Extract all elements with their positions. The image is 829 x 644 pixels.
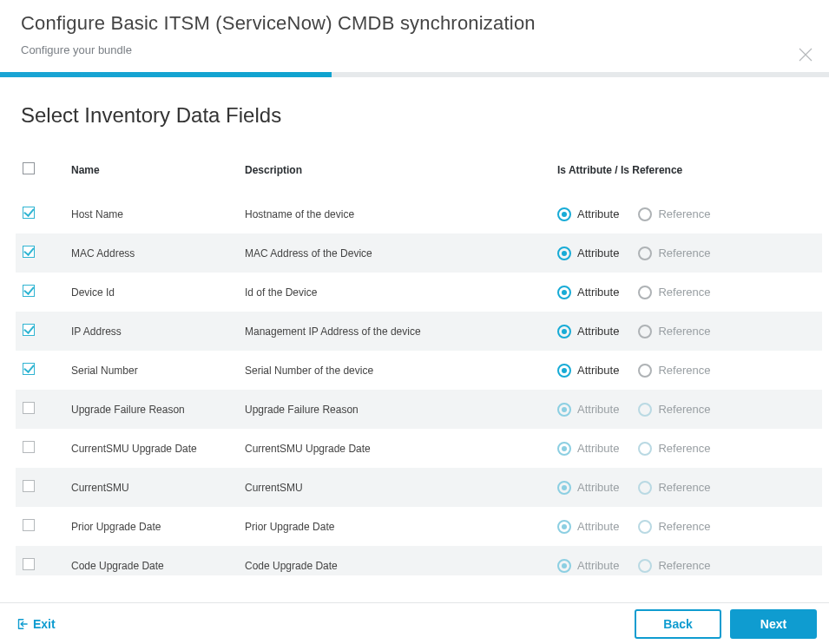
radio-dot-icon: [638, 559, 652, 573]
reference-radio: Reference: [638, 442, 710, 456]
attribute-radio[interactable]: Attribute: [557, 364, 619, 378]
attribute-radio: Attribute: [557, 559, 619, 573]
wizard-footer: Exit Back Next: [0, 602, 829, 644]
radio-label: Attribute: [577, 403, 619, 416]
reference-radio: Reference: [638, 559, 710, 573]
attribute-radio: Attribute: [557, 442, 619, 456]
radio-label: Attribute: [577, 559, 619, 572]
row-name: IP Address: [64, 312, 238, 351]
radio-label: Reference: [658, 403, 710, 416]
back-button[interactable]: Back: [635, 609, 721, 639]
row-name: CurrentSMU: [64, 468, 238, 507]
row-checkbox[interactable]: [23, 441, 35, 453]
table-row: Device IdId of the DeviceAttributeRefere…: [16, 273, 822, 312]
attr-ref-group: AttributeReference: [557, 520, 815, 534]
radio-label: Reference: [658, 520, 710, 533]
row-checkbox[interactable]: [23, 402, 35, 414]
next-button[interactable]: Next: [730, 609, 817, 639]
reference-radio: Reference: [638, 520, 710, 534]
page-subtitle: Configure your bundle: [21, 43, 808, 56]
attr-ref-group: AttributeReference: [557, 246, 815, 260]
modal-header: Configure Basic ITSM (ServiceNow) CMDB s…: [0, 0, 829, 72]
radio-dot-icon: [638, 207, 652, 221]
attribute-radio: Attribute: [557, 403, 619, 417]
radio-label: Reference: [658, 325, 710, 338]
radio-label: Attribute: [577, 520, 619, 533]
radio-label: Reference: [658, 559, 710, 572]
close-icon[interactable]: [798, 47, 813, 62]
radio-label: Reference: [658, 207, 710, 220]
row-checkbox[interactable]: [23, 246, 35, 258]
back-label: Back: [663, 617, 692, 631]
radio-label: Attribute: [577, 442, 619, 455]
reference-radio[interactable]: Reference: [638, 364, 710, 378]
radio-dot-icon: [557, 325, 571, 338]
attribute-radio[interactable]: Attribute: [557, 207, 619, 221]
fields-table: Name Description Is Attribute / Is Refer…: [16, 147, 822, 575]
radio-label: Reference: [658, 442, 710, 455]
table-row: CurrentSMU Upgrade DateCurrentSMU Upgrad…: [16, 429, 822, 468]
radio-label: Attribute: [577, 246, 619, 260]
row-checkbox[interactable]: [23, 207, 35, 219]
header-attr-ref: Is Attribute / Is Reference: [550, 147, 822, 194]
radio-label: Attribute: [577, 286, 619, 299]
row-checkbox[interactable]: [23, 324, 35, 336]
row-checkbox[interactable]: [23, 363, 35, 375]
attr-ref-group: AttributeReference: [557, 364, 815, 378]
row-description: Code Upgrade Date: [238, 546, 550, 575]
reference-radio[interactable]: Reference: [638, 207, 710, 221]
radio-label: Attribute: [577, 364, 619, 377]
row-description: Management IP Address of the device: [238, 312, 550, 351]
row-description: Id of the Device: [238, 273, 550, 312]
radio-dot-icon: [557, 246, 571, 260]
radio-dot-icon: [638, 403, 652, 417]
radio-dot-icon: [557, 481, 571, 495]
row-description: MAC Address of the Device: [238, 233, 550, 273]
attr-ref-group: AttributeReference: [557, 207, 815, 221]
row-description: Serial Number of the device: [238, 351, 550, 390]
reference-radio[interactable]: Reference: [638, 325, 710, 338]
row-description: CurrentSMU: [238, 468, 550, 507]
row-name: Code Upgrade Date: [64, 546, 238, 575]
attr-ref-group: AttributeReference: [557, 325, 815, 338]
attr-ref-group: AttributeReference: [557, 403, 815, 417]
attribute-radio[interactable]: Attribute: [557, 246, 619, 260]
reference-radio: Reference: [638, 481, 710, 495]
attribute-radio: Attribute: [557, 481, 619, 495]
radio-dot-icon: [638, 246, 652, 260]
reference-radio: Reference: [638, 403, 710, 417]
row-description: Prior Upgrade Date: [238, 507, 550, 546]
row-name: Device Id: [64, 273, 238, 312]
reference-radio[interactable]: Reference: [638, 286, 710, 299]
radio-dot-icon: [557, 559, 571, 573]
next-label: Next: [760, 617, 786, 631]
radio-dot-icon: [557, 403, 571, 417]
row-checkbox[interactable]: [23, 519, 35, 531]
row-checkbox[interactable]: [23, 285, 35, 297]
row-name: Prior Upgrade Date: [64, 507, 238, 546]
attr-ref-group: AttributeReference: [557, 442, 815, 456]
table-row: IP AddressManagement IP Address of the d…: [16, 312, 822, 351]
row-name: Upgrade Failure Reason: [64, 390, 238, 429]
table-row: Code Upgrade DateCode Upgrade DateAttrib…: [16, 546, 822, 575]
exit-button[interactable]: Exit: [16, 617, 56, 631]
table-row: Serial NumberSerial Number of the device…: [16, 351, 822, 390]
select-all-checkbox[interactable]: [23, 162, 35, 174]
footer-buttons: Back Next: [635, 609, 817, 639]
row-checkbox[interactable]: [23, 480, 35, 492]
header-checkbox-cell: [16, 147, 64, 194]
reference-radio[interactable]: Reference: [638, 246, 710, 260]
attr-ref-group: AttributeReference: [557, 481, 815, 495]
attribute-radio[interactable]: Attribute: [557, 286, 619, 299]
row-name: MAC Address: [64, 233, 238, 273]
radio-dot-icon: [638, 325, 652, 338]
radio-label: Reference: [658, 481, 710, 494]
table-row: Upgrade Failure ReasonUpgrade Failure Re…: [16, 390, 822, 429]
row-checkbox[interactable]: [23, 558, 35, 570]
attr-ref-group: AttributeReference: [557, 286, 815, 299]
radio-dot-icon: [638, 520, 652, 534]
fields-table-scroll[interactable]: Name Description Is Attribute / Is Refer…: [16, 147, 822, 575]
radio-dot-icon: [638, 364, 652, 378]
attribute-radio[interactable]: Attribute: [557, 325, 619, 338]
table-row: CurrentSMUCurrentSMUAttributeReference: [16, 468, 822, 507]
